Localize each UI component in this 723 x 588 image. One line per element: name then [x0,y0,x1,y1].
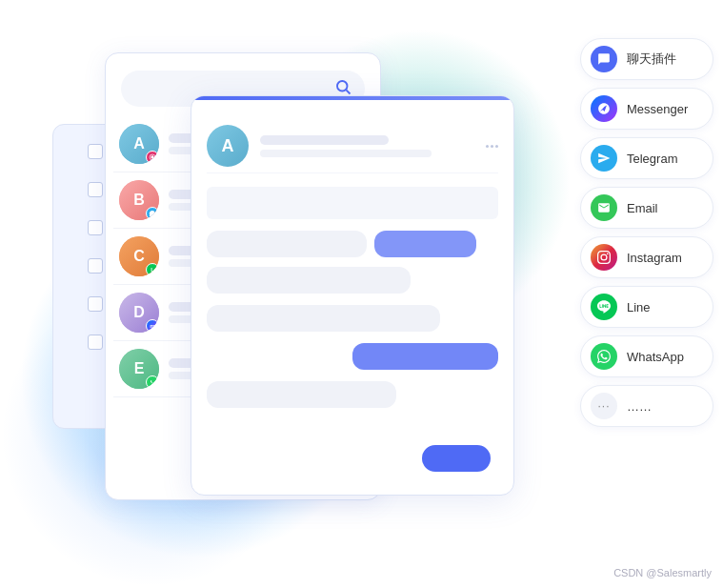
channel-item-telegram[interactable]: Telegram [580,137,713,179]
checkbox-3[interactable] [88,220,103,235]
whatsapp-label: WhatsApp [627,350,684,364]
message-input-placeholder [207,187,498,219]
email-icon [591,194,617,221]
whatsapp-icon [591,343,617,370]
checkbox-6[interactable] [88,335,103,350]
checkbox-5[interactable] [88,296,103,312]
avatar: E [119,349,159,389]
line-label: Line [627,300,651,314]
more-label: …… [627,399,652,414]
name-line [260,135,389,145]
message-bubbles [207,231,498,257]
instagram-icon [591,244,617,271]
chat-detail-card: A [191,95,514,496]
chat-row[interactable]: A [207,119,498,173]
checkbox-2[interactable] [88,182,103,197]
msg-line [260,150,432,157]
action-dots[interactable] [486,145,498,148]
platform-badge: L [146,263,159,276]
avatar: B [119,180,159,220]
avatar: D m [119,293,159,333]
send-button[interactable] [422,445,491,472]
checkbox-1[interactable] [88,144,103,159]
msg-bubble [207,381,396,408]
msg-bubble-sent [352,343,498,370]
chat-plugin-icon [591,46,617,72]
chat-info [260,135,474,157]
channel-item-whatsapp[interactable]: WhatsApp [580,335,713,377]
instagram-label: Instagram [627,251,682,265]
main-container: A B [0,0,723,588]
line-icon [591,294,617,320]
channel-list: 聊天插件 Messenger Telegram Email Instagram [580,38,713,427]
platform-badge: m [146,319,159,333]
channel-item-more[interactable]: ··· …… [580,385,713,427]
platform-badge [146,207,159,220]
telegram-icon [591,145,617,172]
channel-item-line[interactable]: Line [580,286,713,328]
svg-point-2 [151,155,153,158]
chat-avatar: A [207,125,249,167]
channel-item-instagram[interactable]: Instagram [580,236,713,278]
email-label: Email [627,201,658,215]
svg-point-0 [337,81,348,91]
platform-badge [146,151,159,164]
channel-item-messenger[interactable]: Messenger [580,88,713,130]
avatar: C L [119,236,159,276]
svg-line-1 [346,90,350,93]
msg-bubble [207,305,440,332]
card-body: A [191,100,513,427]
channel-item-chat[interactable]: 聊天插件 [580,38,713,80]
watermark: CSDN @Salesmartly [613,567,712,578]
platform-badge [146,375,159,389]
msg-bubble [207,267,411,294]
telegram-label: Telegram [627,152,677,166]
channel-item-email[interactable]: Email [580,187,713,229]
checkbox-4[interactable] [88,258,103,274]
messenger-label: Messenger [627,102,688,116]
avatar: A [119,124,159,164]
more-icon: ··· [591,393,617,419]
messenger-icon [591,95,617,122]
chat-plugin-label: 聊天插件 [627,51,676,68]
